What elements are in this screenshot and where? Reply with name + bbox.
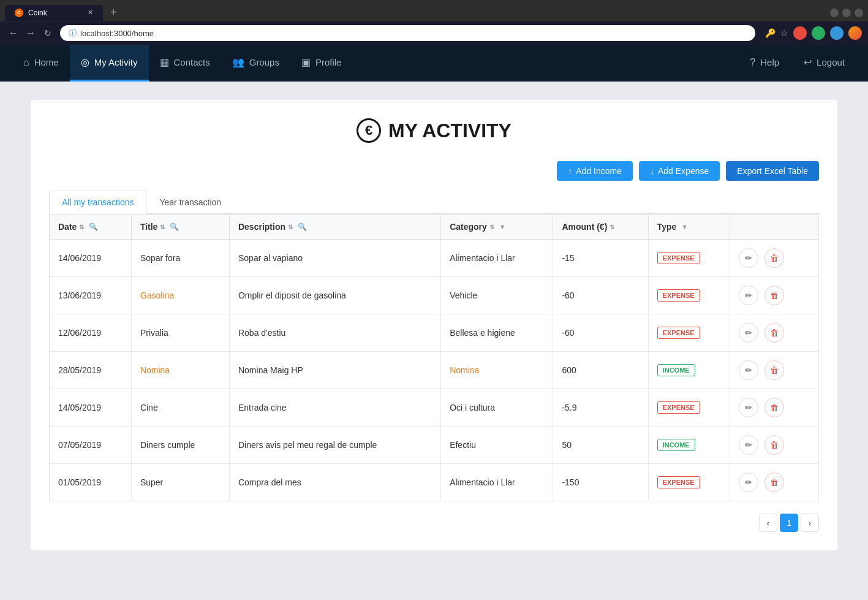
delete-button[interactable]: 🗑 (764, 286, 784, 305)
category-col-label: Category (450, 222, 487, 232)
logout-icon: ↩ (804, 56, 812, 68)
maximize-button[interactable]: □ (842, 9, 851, 17)
col-category: Category ⇅ ▼ (441, 215, 553, 240)
close-window-button[interactable]: ✕ (855, 9, 863, 17)
delete-button[interactable]: 🗑 (764, 473, 784, 492)
euro-icon: € (357, 118, 381, 143)
category-sort-icon[interactable]: ⇅ (489, 224, 494, 230)
nav-help-label: Help (760, 57, 779, 67)
cell-date: 12/06/2019 (50, 314, 132, 352)
cell-title: Super (131, 464, 229, 501)
cell-actions: ✏ 🗑 (730, 314, 819, 352)
cell-actions: ✏ 🗑 (730, 389, 819, 427)
description-col-label: Description (238, 222, 285, 232)
cell-type: EXPENSE (648, 314, 730, 352)
home-icon: ⌂ (23, 57, 29, 68)
address-bar[interactable]: ⓘ localhost:3000/home (60, 25, 755, 41)
title-sort-icon[interactable]: ⇅ (160, 224, 165, 230)
active-tab[interactable]: C Coink ✕ (5, 5, 103, 21)
cell-actions: ✏ 🗑 (730, 277, 819, 314)
edit-button[interactable]: ✏ (739, 323, 758, 343)
reload-button[interactable]: ↻ (40, 26, 55, 40)
delete-button[interactable]: 🗑 (764, 323, 784, 343)
add-income-button[interactable]: ↑ Add Income (557, 161, 633, 181)
tab-close-button[interactable]: ✕ (88, 9, 93, 17)
cell-description: Nomina Maig HP (229, 352, 440, 389)
edit-button[interactable]: ✏ (739, 360, 758, 380)
cell-category: Bellesa e higiene (441, 314, 553, 352)
tab-all-transactions[interactable]: All my transactions (49, 191, 146, 214)
cell-description: Entrada cine (229, 389, 440, 427)
user-profile-pic[interactable] (848, 26, 862, 40)
star-icon[interactable]: ☆ (780, 28, 788, 38)
date-sort-icon[interactable]: ⇅ (79, 224, 84, 230)
page-1-button[interactable]: 1 (780, 514, 798, 532)
nav-my-activity-label: My Activity (94, 57, 138, 67)
nav-contacts-wrapper: ▦ Contacts (149, 45, 221, 82)
prev-page-button[interactable]: ‹ (759, 514, 777, 532)
delete-button[interactable]: 🗑 (764, 248, 784, 268)
new-tab-button[interactable]: + (105, 4, 122, 21)
edit-button[interactable]: ✏ (739, 398, 758, 417)
key-icon: 🔑 (765, 28, 776, 38)
app-navbar: ⌂ Home ◎ My Activity ▦ Contacts 👥 Groups… (0, 45, 868, 82)
cell-date: 13/06/2019 (50, 277, 132, 314)
title-search-icon[interactable]: 🔍 (170, 222, 179, 231)
nav-contacts[interactable]: ▦ Contacts (149, 45, 221, 82)
nav-home-label: Home (34, 57, 59, 67)
description-search-icon[interactable]: 🔍 (298, 222, 307, 231)
table-row: 28/05/2019 Nomina Nomina Maig HP Nomina … (50, 352, 819, 389)
nav-home[interactable]: ⌂ Home (12, 45, 70, 82)
edit-button[interactable]: ✏ (739, 286, 758, 305)
delete-button[interactable]: 🗑 (764, 398, 784, 417)
tab-title: Coink (28, 9, 47, 17)
col-description: Description ⇅ 🔍 (229, 215, 440, 240)
description-sort-icon[interactable]: ⇅ (288, 224, 293, 230)
cell-title: Cine (131, 389, 229, 427)
cell-type: INCOME (648, 427, 730, 464)
cell-category: Nomina (441, 352, 553, 389)
type-filter-icon[interactable]: ▼ (681, 223, 688, 230)
nav-my-activity[interactable]: ◎ My Activity (70, 45, 149, 82)
export-excel-button[interactable]: Export Excel Table (726, 161, 819, 181)
cell-date: 14/05/2019 (50, 389, 132, 427)
add-expense-button[interactable]: ↓ Add Expense (639, 161, 720, 181)
nav-profile-label: Profile (315, 57, 342, 67)
tab-year-transaction[interactable]: Year transaction (146, 191, 234, 213)
profile-icon: ▣ (301, 56, 311, 68)
nav-logout[interactable]: ↩ Logout (793, 45, 856, 82)
nav-groups[interactable]: 👥 Groups (221, 45, 290, 82)
delete-button[interactable]: 🗑 (764, 435, 784, 455)
amount-sort-icon[interactable]: ⇅ (609, 224, 614, 230)
cell-amount: 50 (553, 427, 648, 464)
cell-date: 28/05/2019 (50, 352, 132, 389)
back-button[interactable]: ← (6, 26, 21, 40)
nav-profile[interactable]: ▣ Profile (290, 45, 353, 82)
nav-help[interactable]: ? Help (739, 45, 790, 82)
pagination-row: ‹ 1 › (49, 514, 819, 532)
nav-groups-wrapper: 👥 Groups (221, 45, 290, 82)
edit-button[interactable]: ✏ (739, 435, 758, 455)
col-type: Type ▼ (648, 215, 730, 240)
security-icon: ⓘ (69, 28, 77, 39)
actions-row: ↑ Add Income ↓ Add Expense Export Excel … (49, 161, 819, 181)
edit-button[interactable]: ✏ (739, 248, 758, 268)
cell-amount: -15 (553, 240, 648, 277)
extension-icon-3 (830, 26, 843, 40)
tabs-row: All my transactions Year transaction (49, 191, 819, 214)
nav-arrows: ← → ↻ (6, 26, 55, 40)
add-income-label: Add Income (576, 166, 622, 176)
cell-title: Gasolina (131, 277, 229, 314)
minimize-button[interactable]: ─ (830, 9, 839, 17)
browser-chrome: C Coink ✕ + ─ □ ✕ ← → ↻ ⓘ localhost:3000… (0, 0, 868, 45)
date-search-icon[interactable]: 🔍 (89, 222, 98, 231)
forward-button[interactable]: → (23, 26, 38, 40)
next-page-button[interactable]: › (801, 514, 819, 532)
delete-button[interactable]: 🗑 (764, 360, 784, 380)
cell-type: EXPENSE (648, 277, 730, 314)
category-filter-icon[interactable]: ▼ (499, 223, 506, 230)
type-badge: EXPENSE (657, 252, 700, 264)
type-badge: INCOME (657, 364, 695, 376)
amount-col-label: Amount (€) (562, 222, 607, 232)
edit-button[interactable]: ✏ (739, 473, 758, 492)
